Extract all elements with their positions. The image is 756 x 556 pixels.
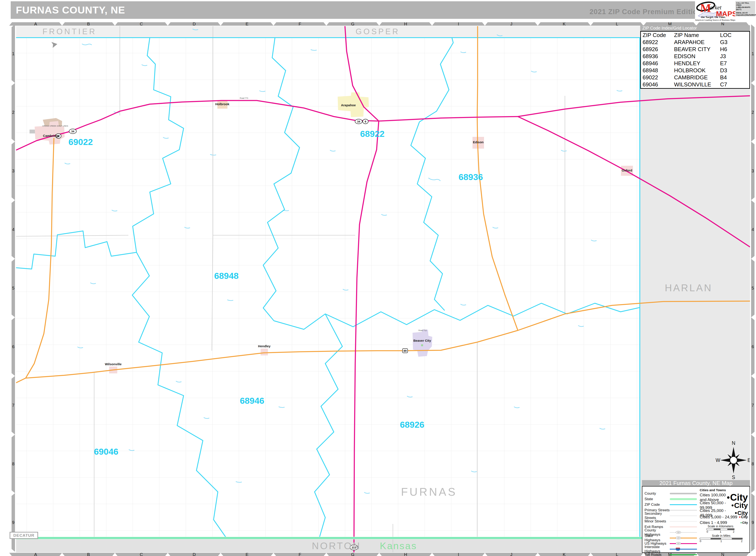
- zip-label-68936: 68936: [459, 172, 483, 182]
- grid-letter: H: [379, 22, 432, 26]
- grid-numbers-right: 123456789: [751, 24, 755, 552]
- oxford-label: Oxford: [622, 169, 632, 172]
- zip-index-row: 68922 ARAPAHOE G3: [641, 39, 749, 46]
- grid-letter: K: [538, 553, 591, 556]
- zip-name-cell: EDISON: [674, 53, 720, 60]
- compass-n: N: [732, 440, 735, 446]
- grid-letter: D: [168, 22, 221, 26]
- grid-letter: L: [591, 22, 644, 26]
- zip-index-title: ZIP Code Index/Grid Locator: [640, 25, 750, 31]
- logo-subtitle: America's Leading Source of Business Map…: [695, 19, 738, 21]
- zip-label-68948: 68948: [214, 271, 239, 281]
- grid-letter: F: [273, 22, 326, 26]
- scale-bar-mi: [700, 538, 743, 540]
- zip-code-cell: 68946: [641, 60, 674, 67]
- grid-letter: B: [62, 22, 115, 26]
- zip-index-header: ZIP Code ZIP Name LOC: [641, 32, 749, 39]
- grid-letter: K: [538, 22, 591, 26]
- page-title: FURNAS COUNTY, NE: [16, 1, 125, 19]
- norton-county-label: NORTON: [312, 541, 361, 551]
- compass-hub: [730, 457, 737, 464]
- zip-code-cell: 68922: [641, 39, 674, 45]
- zip-loc-cell: H6: [720, 46, 749, 53]
- legend-panel: 2021 Furnas County, NE Map County State …: [642, 480, 750, 553]
- grid-letter: E: [221, 22, 273, 26]
- contact-email-1: EMAIL US AT:: [736, 12, 755, 14]
- zip-loc-cell: J3: [720, 53, 749, 60]
- road-773-label: Road 773: [240, 97, 248, 99]
- marketmaps-logo: M arket MAPS On Target. On Time. America…: [695, 0, 756, 22]
- grid-letter: E: [221, 553, 273, 556]
- grid-letter: J: [485, 553, 538, 556]
- zip-label-69022: 69022: [68, 137, 93, 147]
- map-page: FURNAS COUNTY, NE 2021 ZIP Code Premium …: [0, 0, 756, 556]
- edition-label: 2021 ZIP Code Premium Edition: [590, 8, 702, 16]
- compass-s: S: [732, 475, 735, 480]
- holbrook-label: Holbrook: [215, 102, 229, 106]
- logo-tagline: On Target. On Time.: [701, 15, 735, 19]
- furnas-county-label: FURNAS: [401, 486, 457, 498]
- col-zip-name: ZIP Name: [674, 32, 720, 38]
- grid-letter: B: [62, 553, 115, 556]
- grid-letter: F: [273, 553, 326, 556]
- state-line: [16, 537, 750, 539]
- city-size-4: Cities 5,000 - 24,999City: [700, 515, 748, 519]
- legend-item-state-hwy: State Highways123: [645, 536, 697, 541]
- zip-loc-cell: D3: [720, 67, 749, 74]
- zip-index-row: 69022 CAMBRIDGE B4: [641, 74, 749, 81]
- zip-name-cell: HOLBROOK: [674, 67, 720, 74]
- zip-loc-cell: C7: [720, 81, 749, 88]
- grid-letter: D: [168, 553, 221, 556]
- title-bar: FURNAS COUNTY, NE 2021 ZIP Code Premium …: [11, 1, 754, 19]
- legend-item-toll: Toll Roads: [645, 552, 697, 556]
- grid-number: 9: [751, 493, 755, 552]
- wilsonville-label: Wilsonville: [105, 362, 122, 366]
- compass-w: W: [716, 457, 720, 463]
- grid-number: 6: [751, 317, 755, 376]
- grid-letter: C: [115, 553, 168, 556]
- zip-label-69046: 69046: [94, 447, 118, 457]
- county-map: 34 6 34 6 283 89: [16, 26, 750, 552]
- grid-letter: G: [326, 553, 379, 556]
- zip-code-cell: 68948: [641, 67, 674, 74]
- legend-item-secondary: Secondary Streets: [645, 514, 697, 518]
- legend-item-minor: Minor Streets: [645, 519, 697, 524]
- zip-label-68926: 68926: [400, 420, 424, 429]
- compass-e: E: [748, 457, 750, 463]
- harlan-county-label: HARLAN: [665, 282, 713, 293]
- svg-text:34: 34: [357, 120, 360, 123]
- grid-letter: I: [432, 22, 485, 26]
- zip-index-row: 68946 HENDLEY E7: [641, 60, 749, 67]
- grid-number: 5: [11, 259, 15, 317]
- grid-letter: G: [326, 22, 379, 26]
- grid-number: 3: [11, 142, 15, 200]
- hendley-label: Hendley: [258, 344, 271, 348]
- decatur-county-label: DECATUR: [10, 532, 38, 539]
- svg-text:6: 6: [365, 120, 366, 123]
- grid-letters-bottom: ABCDEFGHIJKLMN: [9, 553, 749, 556]
- scale-bar-km: [706, 528, 734, 530]
- zip-index-row: 69046 WILSONVILLE C7: [641, 81, 749, 88]
- legend-item-zip: ZIP Code: [645, 502, 697, 507]
- contact-email-2: mapsales@MarketMAPS.com: [736, 14, 755, 16]
- grid-number: 9: [11, 493, 15, 552]
- grid-number: 1: [11, 24, 15, 83]
- grid-letter: A: [9, 22, 62, 26]
- zip-code-cell: 69022: [641, 74, 674, 81]
- grid-letter: L: [591, 553, 644, 556]
- zip-loc-cell: G3: [720, 39, 749, 45]
- scale-kilometers: Scale in Kilometers 0 1 2: [706, 525, 734, 533]
- grid-number: 7: [11, 376, 15, 435]
- road-712-label: Road 712: [418, 329, 427, 332]
- col-loc: LOC: [720, 32, 749, 38]
- legend-item-interstate: Interstate Highways: [645, 547, 697, 552]
- grid-number: 7: [751, 376, 755, 435]
- grid-number: 4: [751, 200, 755, 259]
- grid-letter: N: [696, 553, 749, 556]
- section-road-grid: [16, 38, 640, 538]
- zip-code-cell: 68936: [641, 53, 674, 60]
- grid-letter: C: [115, 22, 168, 26]
- grid-number: 8: [751, 435, 755, 493]
- grid-number: 1: [751, 24, 755, 83]
- hendley-town-area: [261, 349, 268, 355]
